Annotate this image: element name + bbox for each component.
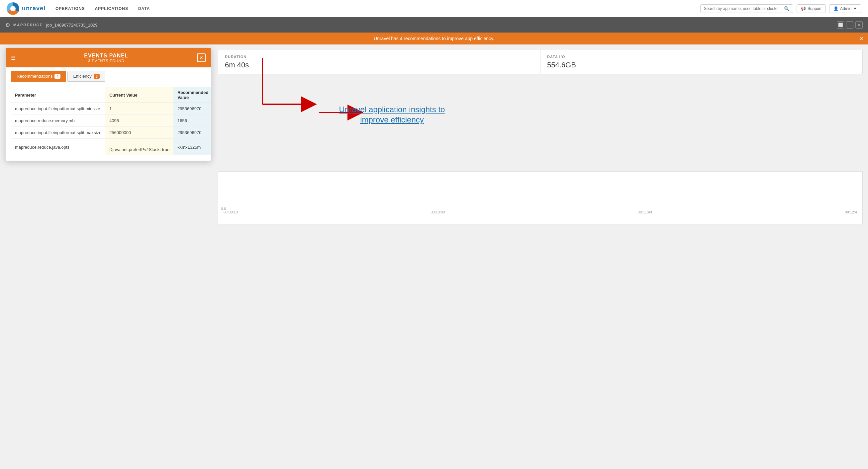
recommended-value: 2953696970 [174, 103, 211, 115]
search-input[interactable] [704, 6, 784, 11]
top-nav: unravel OPERATIONS APPLICATIONS DATA 🔍 📢… [0, 0, 868, 17]
events-panel: ☰ EVENTS PANEL 3 EVENTS FOUND ✕ Recommen… [5, 48, 211, 161]
title-bar: ⚙ MAPREDUCE job_1489677240733_1029 ⬜ ─ ✕ [0, 17, 868, 33]
table-row: mapreduce.reduce.memory.mb 4096 1656 [11, 115, 211, 127]
col-header-param: Parameter [11, 87, 105, 103]
chart-area: 0.0 08:08:10 08:10:00 08:11:40 08:12:4 [218, 171, 863, 224]
gear-icon: ⚙ [5, 22, 10, 28]
data-io-value: 554.6GB [547, 61, 856, 69]
hamburger-icon[interactable]: ☰ [11, 55, 16, 61]
x-label-1: 08:10:00 [431, 210, 445, 214]
data-io-label: DATA I/O [547, 55, 856, 59]
annotation-text: Unravel application insights to improve … [329, 104, 455, 125]
chart-y-label: 0.0 [221, 207, 226, 211]
megaphone-icon: 📢 [801, 6, 806, 11]
param-name: mapreduce.input.fileinputformat.split.ma… [11, 127, 105, 139]
tab-recommendations[interactable]: Recommendations 4 [11, 71, 66, 82]
tab-efficiency-badge: 3 [94, 74, 100, 79]
current-value: 4096 [105, 115, 174, 127]
main-container: ⚙ MAPREDUCE job_1489677240733_1029 ⬜ ─ ✕… [0, 17, 868, 469]
admin-button[interactable]: 👤 Admin ▼ [829, 4, 861, 13]
current-value: 256000000 [105, 127, 174, 139]
window-minimize-button[interactable]: ─ [846, 21, 854, 29]
title-bar-left: ⚙ MAPREDUCE job_1489677240733_1029 [5, 22, 98, 28]
param-name: mapreduce.reduce.memory.mb [11, 115, 105, 127]
window-restore-button[interactable]: ⬜ [837, 21, 844, 29]
support-label: Support [808, 6, 822, 11]
recommended-value: -Xmx1325m [174, 139, 211, 156]
events-panel-title: EVENTS PANEL [16, 53, 197, 59]
tab-recommendations-badge: 4 [55, 74, 60, 79]
nav-data[interactable]: DATA [138, 5, 150, 12]
param-name: mapreduce.reduce.java.opts [11, 139, 105, 156]
recommended-value: 1656 [174, 115, 211, 127]
nav-links: OPERATIONS APPLICATIONS DATA [56, 5, 700, 12]
tab-efficiency[interactable]: Efficiency 3 [67, 71, 105, 82]
notification-banner: Unravel has 4 recommendations to improve… [0, 33, 868, 44]
search-box[interactable]: 🔍 [700, 4, 793, 13]
events-panel-header: ☰ EVENTS PANEL 3 EVENTS FOUND ✕ [6, 48, 211, 67]
notification-text: Unravel has 4 recommendations to improve… [374, 36, 494, 41]
x-label-2: 08:11:40 [638, 210, 652, 214]
notification-close-button[interactable]: ✕ [859, 35, 863, 42]
table-row: mapreduce.input.fileinputformat.split.ma… [11, 127, 211, 139]
chevron-down-icon: ▼ [853, 6, 857, 11]
annotation-text-block: Unravel application insights to improve … [329, 104, 455, 125]
chart-x-labels: 08:08:10 08:10:00 08:11:40 08:12:4 [223, 177, 857, 215]
logo: unravel [7, 2, 45, 15]
x-label-3: 08:12:4 [845, 210, 857, 214]
col-header-current: Current Value [105, 87, 174, 103]
job-id: job_1489677240733_1029 [46, 23, 98, 28]
nav-applications[interactable]: APPLICATIONS [95, 5, 128, 12]
param-name: mapreduce.input.fileinputformat.split.mi… [11, 103, 105, 115]
nav-operations[interactable]: OPERATIONS [56, 5, 85, 12]
annotation-arrow-svg [246, 58, 412, 141]
window-controls: ⬜ ─ ✕ [837, 21, 863, 29]
recommended-value: 2953696970 [174, 127, 211, 139]
tab-recommendations-label: Recommendations [17, 74, 53, 79]
admin-label: Admin [840, 6, 851, 11]
current-value: -Djava.net.preferIPv4Stack=true [105, 139, 174, 156]
search-icon: 🔍 [784, 6, 789, 11]
logo-text: unravel [22, 5, 45, 12]
content-area: ☰ EVENTS PANEL 3 EVENTS FOUND ✕ Recommen… [0, 44, 868, 250]
support-button[interactable]: 📢 Support [797, 4, 826, 13]
events-panel-subtitle: 3 EVENTS FOUND [16, 59, 197, 63]
events-panel-title-block: EVENTS PANEL 3 EVENTS FOUND [16, 53, 197, 63]
events-tabs: Recommendations 4 Efficiency 3 [6, 67, 211, 82]
current-value: 1 [105, 103, 174, 115]
user-icon: 👤 [833, 6, 838, 11]
nav-right: 🔍 📢 Support 👤 Admin ▼ [700, 4, 861, 13]
logo-icon [7, 2, 19, 15]
window-close-button[interactable]: ✕ [856, 21, 863, 29]
job-type-label: MAPREDUCE [13, 23, 43, 27]
recommendations-table: Parameter Current Value RecommendedValue… [6, 82, 211, 161]
table-row: mapreduce.reduce.java.opts -Djava.net.pr… [11, 139, 211, 156]
events-panel-close-button[interactable]: ✕ [197, 54, 206, 62]
col-header-recommended: RecommendedValue [174, 87, 211, 103]
table-row: mapreduce.input.fileinputformat.split.mi… [11, 103, 211, 115]
tab-efficiency-label: Efficiency [73, 74, 91, 79]
metric-data-io: DATA I/O 554.6GB [540, 50, 863, 74]
